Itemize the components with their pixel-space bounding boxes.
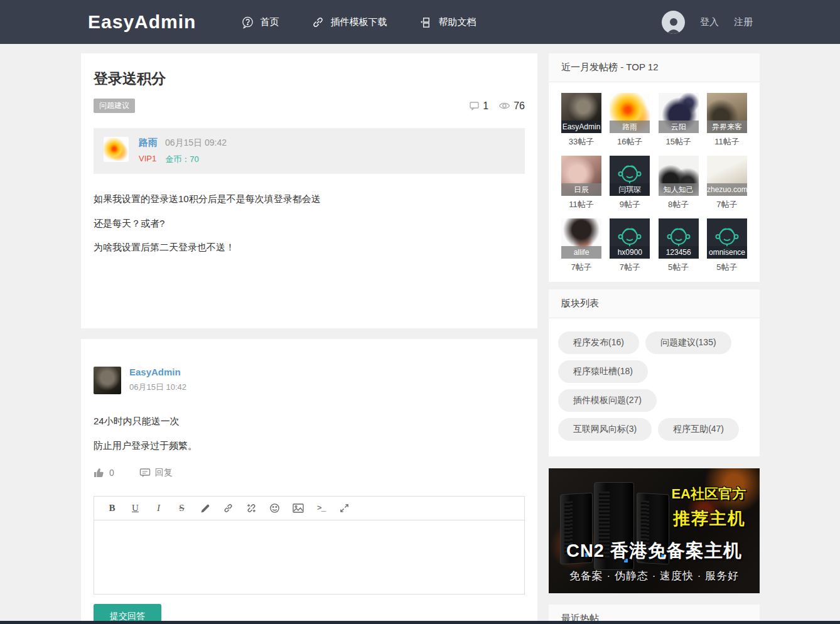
underline-button[interactable]: U	[124, 499, 147, 518]
user-name: omnisence	[707, 246, 747, 259]
document-icon	[419, 16, 433, 29]
reply-author-name[interactable]: EasyAdmin	[129, 367, 186, 377]
user-name: 异界来客	[707, 121, 747, 133]
top-posters-grid: EasyAdmin 33帖子 路雨 16帖子 云阳 15帖子	[549, 82, 760, 282]
link-icon[interactable]	[217, 499, 240, 518]
post-paragraph: 如果我设置的登录送10积分后是不是每次填登录都会送	[94, 194, 525, 205]
board-pill[interactable]: 程序发布(16)	[558, 331, 639, 354]
user-name: hx0900	[610, 246, 650, 259]
login-link[interactable]: 登入	[700, 16, 719, 28]
ad-headline-1: EA社区官方	[671, 485, 746, 503]
main-column: 登录送积分 问题建议 1	[81, 53, 537, 624]
user-name: 日辰	[561, 183, 601, 196]
post-body: 如果我设置的登录送10积分后是不是每次填登录都会送 还是每天？或者? 为啥我设置…	[94, 194, 525, 253]
post-count: 16帖子	[610, 136, 650, 148]
top-poster[interactable]: 123456 5帖子	[659, 218, 699, 273]
unlink-icon[interactable]	[240, 499, 263, 518]
site-logo[interactable]: EasyAdmin	[88, 11, 196, 33]
post-count: 11帖子	[707, 136, 747, 148]
post-count: 11帖子	[561, 199, 601, 210]
pencil-icon[interactable]	[193, 499, 217, 518]
reply-author-avatar[interactable]	[94, 367, 121, 394]
author-block: 路雨 06月15日 09:42 VIP1 金币：70	[94, 128, 525, 174]
top-poster[interactable]: 闫琪琛 9帖子	[610, 156, 650, 210]
board-pill[interactable]: 互联网风向标(3)	[558, 418, 652, 441]
like-count: 0	[109, 468, 114, 478]
board-pill[interactable]: 程序猿吐槽(18)	[558, 360, 648, 383]
nav-menu: 首页 插件模板下载 帮助文档	[241, 16, 476, 29]
user-avatar: hx0900	[610, 218, 650, 259]
nav-item-home[interactable]: 首页	[241, 16, 279, 29]
top-poster[interactable]: omnisence 5帖子	[707, 218, 747, 273]
editor-content[interactable]	[94, 520, 524, 594]
top-poster[interactable]: EasyAdmin 33帖子	[561, 93, 601, 148]
reply-actions: 0 回复	[94, 467, 525, 478]
top-poster[interactable]: allife 7帖子	[561, 218, 601, 273]
board-pill[interactable]: 程序互助(47)	[658, 418, 739, 441]
post-count: 5帖子	[659, 262, 699, 273]
reply-paragraph: 24小时内只能送一次	[94, 416, 525, 428]
post-count: 7帖子	[561, 262, 601, 273]
user-name: 知人知己	[659, 183, 699, 196]
author-avatar[interactable]	[104, 137, 129, 162]
post-count: 33帖子	[561, 136, 601, 148]
register-link[interactable]: 注册	[734, 16, 753, 28]
top-poster[interactable]: hx0900 7帖子	[610, 218, 650, 273]
vip-badge: VIP1	[139, 154, 156, 165]
category-badge[interactable]: 问题建议	[94, 99, 135, 113]
italic-button[interactable]: I	[147, 499, 170, 518]
user-name: 路雨	[610, 121, 650, 133]
link-icon	[311, 16, 325, 29]
nav-item-label: 首页	[260, 16, 279, 28]
reply-button[interactable]: 回复	[139, 467, 173, 478]
nav-item-plugins[interactable]: 插件模板下载	[311, 16, 387, 29]
nav-item-label: 插件模板下载	[330, 16, 387, 28]
hosting-ad-banner[interactable]: EA社区官方 推荐主机 CN2 香港免备案主机 免备案 · 伪静态 · 速度快 …	[549, 468, 760, 593]
board-list: 程序发布(16) 问题建议(135) 程序猿吐槽(18) 插件模板问题(27) …	[549, 318, 760, 456]
board-list-card: 版块列表 程序发布(16) 问题建议(135) 程序猿吐槽(18) 插件模板问题…	[549, 289, 760, 456]
user-name: 云阳	[659, 121, 699, 133]
user-name: EasyAdmin	[561, 121, 601, 133]
fullscreen-icon[interactable]	[333, 499, 356, 518]
ad-headline-2: 推荐主机	[673, 507, 746, 530]
reply-body: 24小时内只能送一次 防止用户登录过于频繁。	[94, 416, 525, 452]
board-list-title: 版块列表	[549, 289, 760, 318]
top-poster[interactable]: 路雨 16帖子	[610, 93, 650, 148]
reply-header: EasyAdmin 06月15日 10:42	[94, 367, 525, 394]
top-poster[interactable]: zhezuo.com 7帖子	[707, 156, 747, 210]
nav-item-docs[interactable]: 帮助文档	[419, 16, 476, 29]
top-poster[interactable]: 异界来客 11帖子	[707, 93, 747, 148]
thumbs-up-icon	[94, 467, 105, 478]
bold-button[interactable]: B	[100, 499, 124, 518]
post-date: 06月15日 09:42	[165, 137, 227, 149]
user-avatar: omnisence	[707, 218, 747, 259]
top-poster[interactable]: 日辰 11帖子	[561, 156, 601, 210]
board-pill[interactable]: 插件模板问题(27)	[558, 389, 657, 412]
board-pill[interactable]: 问题建议(135)	[645, 331, 731, 354]
like-button[interactable]: 0	[94, 467, 114, 478]
image-icon[interactable]	[286, 499, 310, 518]
nav-item-label: 帮助文档	[438, 16, 476, 28]
user-avatar-icon[interactable]	[662, 11, 685, 34]
reply-label: 回复	[155, 467, 173, 478]
reply-paragraph: 防止用户登录过于频繁。	[94, 440, 525, 452]
post-count: 7帖子	[610, 262, 650, 273]
user-name: 闫琪琛	[610, 183, 650, 196]
emoji-icon[interactable]	[263, 499, 286, 518]
code-icon[interactable]: >_	[310, 499, 333, 518]
user-name: 123456	[659, 246, 699, 259]
editor-toolbar: B U I S	[94, 497, 524, 520]
user-avatar: EasyAdmin	[561, 93, 601, 133]
user-avatar: 日辰	[561, 156, 601, 196]
top-posters-title: 近一月发帖榜 - TOP 12	[549, 53, 760, 82]
top-poster[interactable]: 知人知己 8帖子	[659, 156, 699, 210]
post-count: 8帖子	[659, 199, 699, 210]
post-paragraph: 为啥我设置后第二天登录也不送！	[94, 242, 525, 253]
strikethrough-button[interactable]: S	[170, 499, 193, 518]
question-bubble-icon	[241, 16, 254, 29]
page-title: 登录送积分	[94, 69, 525, 89]
top-navbar: EasyAdmin 首页 插件模板下载	[0, 0, 840, 44]
question-card: 登录送积分 问题建议 1	[81, 53, 537, 328]
author-name[interactable]: 路雨	[139, 137, 158, 149]
top-poster[interactable]: 云阳 15帖子	[659, 93, 699, 148]
